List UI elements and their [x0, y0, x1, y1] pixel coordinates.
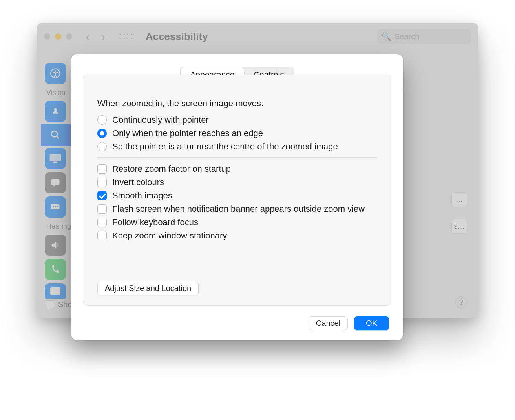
sidebar-item-captions[interactable] [45, 283, 66, 299]
svg-point-9 [55, 206, 56, 207]
checkbox-label: Follow keyboard focus [112, 217, 198, 227]
checkbox-icon [97, 204, 107, 214]
zoom-traffic-light[interactable] [66, 33, 72, 40]
forward-icon[interactable]: › [101, 30, 105, 43]
check-restore-zoom[interactable]: Restore zoom factor on startup [97, 164, 377, 174]
radio-icon [97, 115, 107, 125]
close-traffic-light[interactable] [44, 33, 50, 40]
back-icon[interactable]: ‹ [86, 30, 90, 43]
radio-continuously[interactable]: Continuously with pointer [97, 115, 377, 125]
svg-rect-6 [51, 179, 60, 185]
check-keep-stationary[interactable]: Keep zoom window stationary [97, 231, 377, 241]
search-icon: 🔍 [382, 32, 391, 41]
svg-point-10 [57, 206, 58, 207]
checkbox-icon [97, 178, 107, 187]
adjust-size-location-button[interactable]: Adjust Size and Location [97, 282, 199, 295]
cancel-button[interactable]: Cancel [309, 316, 348, 330]
radio-label: Only when the pointer reaches an edge [112, 128, 263, 138]
svg-rect-11 [50, 287, 60, 295]
radio-icon [97, 142, 107, 151]
minimize-traffic-light[interactable] [55, 33, 61, 40]
background-button-2[interactable]: s… [451, 219, 467, 234]
check-smooth-images[interactable]: Smooth images [97, 191, 377, 201]
radio-icon [97, 129, 107, 138]
titlebar: ‹ › ∷∷ Accessibility 🔍 [37, 23, 478, 50]
checkbox-label: Invert colours [112, 177, 164, 187]
background-button-1[interactable]: … [451, 192, 467, 207]
sidebar-item-voiceover[interactable] [45, 101, 66, 122]
svg-point-3 [51, 131, 57, 137]
radio-label: Continuously with pointer [112, 115, 209, 125]
sidebar-item-overview[interactable] [45, 63, 66, 84]
checkbox-label: Flash screen when notification banner ap… [112, 204, 365, 214]
svg-rect-5 [53, 162, 57, 163]
svg-rect-4 [50, 154, 61, 161]
panel-heading: When zoomed in, the screen image moves: [97, 98, 377, 109]
checkbox-label: Keep zoom window stationary [112, 231, 227, 241]
sidebar-item-descriptions[interactable] [45, 196, 66, 218]
radio-edge[interactable]: Only when the pointer reaches an edge [97, 128, 377, 138]
radio-centre[interactable]: So the pointer is at or near the centre … [97, 142, 377, 152]
checkbox-icon [97, 191, 107, 200]
search-field[interactable]: 🔍 [377, 29, 471, 44]
sidebar-item-rtc[interactable] [45, 259, 66, 280]
check-follow-keyboard[interactable]: Follow keyboard focus [97, 217, 377, 227]
ok-button[interactable]: OK [354, 316, 389, 330]
check-flash-screen[interactable]: Flash screen when notification banner ap… [97, 204, 377, 214]
svg-point-2 [54, 108, 57, 111]
sheet-actions: Cancel OK [309, 316, 389, 330]
show-all-icon[interactable]: ∷∷ [119, 31, 134, 43]
checkbox-icon [97, 164, 107, 174]
window-title: Accessibility [146, 31, 208, 43]
radio-label: So the pointer is at or near the centre … [112, 142, 338, 152]
sidebar-item-speech[interactable] [45, 172, 66, 193]
svg-point-8 [53, 206, 54, 207]
search-input[interactable] [394, 32, 466, 41]
help-button[interactable]: ? [455, 296, 467, 308]
window-controls [44, 33, 72, 40]
sidebar-item-zoom-selected[interactable] [41, 124, 72, 146]
checkbox-icon [97, 218, 107, 227]
sidebar-item-audio[interactable] [45, 235, 66, 256]
checkbox-label: Smooth images [112, 191, 172, 201]
zoom-icon [45, 124, 66, 145]
show-checkbox[interactable] [46, 300, 54, 309]
check-invert-colours[interactable]: Invert colours [97, 177, 377, 187]
sidebar-item-display[interactable] [45, 148, 66, 169]
zoom-advanced-sheet: Appearance Controls When zoomed in, the … [71, 54, 403, 340]
svg-point-1 [55, 70, 56, 72]
toolbar-nav: ‹ › [86, 30, 106, 43]
checkbox-icon [97, 231, 107, 240]
divider [97, 157, 377, 158]
appearance-panel: When zoomed in, the screen image moves: … [83, 75, 391, 306]
checkbox-label: Restore zoom factor on startup [112, 164, 231, 174]
